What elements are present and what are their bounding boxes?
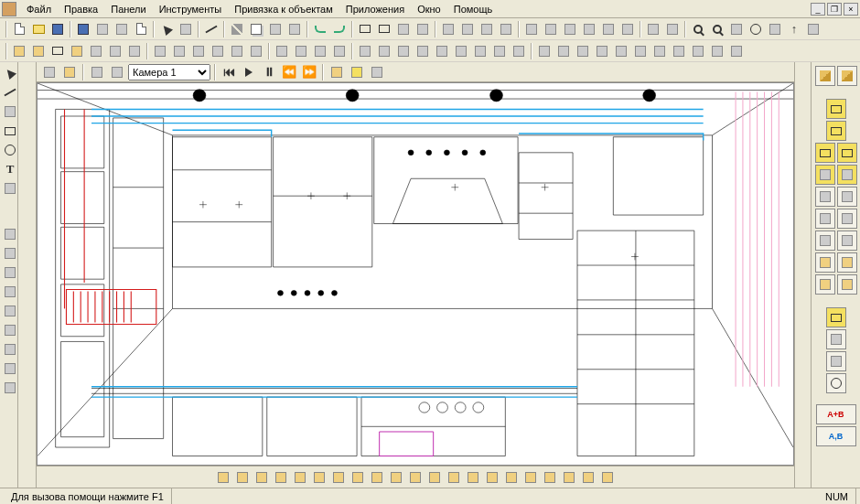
lt-text[interactable]: T	[1, 160, 19, 178]
bt-btn[interactable]	[291, 468, 309, 487]
lt-tool[interactable]	[1, 225, 19, 243]
vh-btn[interactable]	[108, 63, 126, 81]
menu-help[interactable]: Помощь	[447, 2, 500, 16]
tb2-btn[interactable]	[330, 42, 349, 60]
rp-tool[interactable]	[815, 231, 835, 251]
menu-tools[interactable]: Инструменты	[153, 2, 229, 16]
close-button[interactable]: ×	[844, 3, 858, 16]
distribute-button[interactable]	[414, 20, 432, 38]
bt-btn[interactable]	[272, 468, 290, 487]
tb2-btn[interactable]	[414, 42, 432, 60]
new-button[interactable]	[10, 20, 28, 38]
rp-tool[interactable]	[815, 143, 835, 163]
tb2-btn[interactable]	[490, 42, 509, 60]
tb2-btn[interactable]	[151, 42, 169, 60]
tb2-btn[interactable]	[727, 42, 746, 60]
rp-tool[interactable]	[826, 121, 846, 141]
zoom-button[interactable]	[689, 20, 707, 38]
save-button[interactable]	[48, 20, 67, 38]
bt-btn[interactable]	[598, 468, 617, 487]
lt-rect[interactable]	[1, 122, 19, 140]
tb2-btn[interactable]	[209, 42, 227, 60]
3d-viewport[interactable]	[37, 82, 794, 466]
bt-btn[interactable]	[368, 468, 386, 487]
select-button[interactable]	[157, 20, 176, 38]
rp-tool[interactable]	[837, 252, 857, 273]
menu-panels[interactable]: Панели	[104, 2, 152, 16]
lt-select[interactable]	[1, 64, 19, 82]
tb2-btn[interactable]	[273, 42, 291, 60]
rotate-button[interactable]	[478, 20, 496, 38]
menu-file[interactable]: Файл	[20, 2, 58, 16]
tb2-btn[interactable]	[433, 42, 451, 60]
rp-tool[interactable]	[826, 307, 846, 327]
vh-btn[interactable]	[40, 63, 59, 81]
rp-expr-add[interactable]: A+B	[816, 404, 856, 424]
minimize-button[interactable]: _	[811, 3, 825, 16]
bt-btn[interactable]	[425, 468, 444, 487]
rp-tool[interactable]	[826, 373, 846, 393]
tb2-btn[interactable]	[247, 42, 265, 60]
vh-shade3[interactable]	[368, 63, 386, 81]
scale-button[interactable]	[497, 20, 515, 38]
bt-btn[interactable]	[214, 468, 232, 487]
bt-btn[interactable]	[521, 468, 540, 487]
rp-tool[interactable]	[837, 187, 857, 207]
bt-btn[interactable]	[349, 468, 367, 487]
rp-tool[interactable]	[815, 209, 835, 229]
ungroup-button[interactable]	[375, 20, 393, 38]
tb2-btn[interactable]	[471, 42, 489, 60]
bt-btn[interactable]	[233, 468, 252, 487]
rp-tool[interactable]	[826, 99, 846, 119]
tb2-btn[interactable]	[356, 42, 374, 60]
pan-button[interactable]	[727, 20, 746, 38]
bt-btn[interactable]	[310, 468, 328, 487]
tb2-btn[interactable]	[125, 42, 144, 60]
lt-circle[interactable]	[1, 141, 19, 159]
mode3-button[interactable]	[561, 20, 579, 38]
lt-tool[interactable]	[1, 321, 19, 339]
rp-tool[interactable]	[815, 165, 835, 185]
properties-button[interactable]	[93, 20, 112, 38]
lt-tool[interactable]	[1, 359, 19, 378]
lt-dim[interactable]	[1, 179, 19, 198]
bt-btn[interactable]	[329, 468, 348, 487]
delete-button[interactable]	[285, 20, 304, 38]
lt-line[interactable]	[1, 83, 19, 102]
tb2-btn[interactable]	[670, 42, 688, 60]
tb2-btn[interactable]	[29, 42, 48, 60]
tb2-btn[interactable]	[535, 42, 554, 60]
rp-tool[interactable]	[815, 252, 835, 273]
tb2-btn[interactable]	[452, 42, 470, 60]
render-button[interactable]	[766, 20, 784, 38]
align-button[interactable]	[394, 20, 413, 38]
help-tb-button[interactable]	[804, 20, 822, 38]
save-as-button[interactable]	[74, 20, 92, 38]
tb2-btn[interactable]	[689, 42, 707, 60]
tb2-btn[interactable]	[394, 42, 413, 60]
tb2-btn[interactable]	[48, 42, 67, 60]
mirror-h-button[interactable]	[439, 20, 457, 38]
lt-tool[interactable]	[1, 302, 19, 320]
menu-window[interactable]: Окно	[411, 2, 447, 16]
tb2-btn[interactable]	[708, 42, 726, 60]
info-button[interactable]: ↑	[785, 20, 803, 38]
bt-btn[interactable]	[387, 468, 405, 487]
tb2-btn[interactable]	[574, 42, 592, 60]
anim-prev-button[interactable]: ⏪	[280, 63, 298, 81]
tb2-btn[interactable]	[87, 42, 105, 60]
camera-select[interactable]: Камера 1	[128, 64, 210, 80]
vh-btn[interactable]	[88, 63, 106, 81]
copy-button[interactable]	[247, 20, 265, 38]
lt-tool[interactable]	[1, 283, 19, 301]
tb2-btn[interactable]	[311, 42, 329, 60]
rp-tool[interactable]	[837, 231, 857, 251]
cut-button[interactable]	[228, 20, 246, 38]
rp-tool[interactable]	[837, 209, 857, 229]
lt-tool[interactable]	[1, 340, 19, 359]
vh-btn[interactable]	[60, 63, 79, 81]
bt-btn[interactable]	[502, 468, 521, 487]
rp-cabinet1[interactable]	[815, 66, 835, 86]
lt-arc[interactable]	[1, 102, 19, 121]
vh-shade2[interactable]	[348, 63, 366, 81]
